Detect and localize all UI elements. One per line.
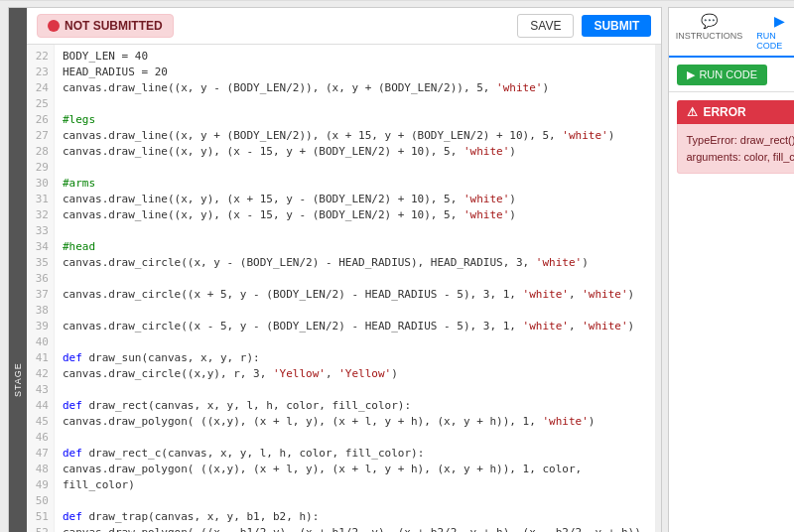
run-code-icon: ▶: [774, 13, 785, 29]
code-line: canvas.draw_circle((x,y), r, 3, 'Yellow'…: [63, 366, 647, 382]
line-number: 46: [27, 430, 54, 446]
code-line: [63, 223, 647, 239]
error-body: TypeError: draw_rect() missing 2 require…: [677, 124, 794, 174]
error-title: ERROR: [703, 105, 745, 119]
code-line: #legs: [63, 112, 647, 128]
editor-panel: STAGE NOT SUBMITTED SAVE SUBMIT: [8, 7, 662, 532]
line-number: 51: [27, 509, 54, 525]
line-number: 28: [27, 144, 54, 160]
line-number: 43: [27, 382, 54, 398]
code-editor[interactable]: BODY_LEN = 40HEAD_RADIUS = 20canvas.draw…: [55, 45, 655, 532]
code-line: canvas.draw_polygon( ((x,y), (x + l, y),…: [63, 414, 647, 430]
line-number: 22: [27, 49, 54, 65]
code-line: [63, 493, 647, 509]
right-panel: 💬 INSTRUCTIONS ▶ RUN CODE ⚙ GRADING 🕐 HI…: [668, 7, 794, 532]
line-number: 36: [27, 271, 54, 287]
code-line: [63, 303, 647, 319]
line-number: 27: [27, 128, 54, 144]
code-line: #head: [63, 239, 647, 255]
code-line: [63, 382, 647, 398]
not-submitted-badge: NOT SUBMITTED: [37, 14, 174, 38]
error-header: ⚠ ERROR: [677, 100, 794, 124]
line-number: 24: [27, 80, 54, 96]
submit-button[interactable]: SUBMIT: [582, 15, 651, 37]
status-text: NOT SUBMITTED: [65, 19, 163, 33]
main-container: STAGE NOT SUBMITTED SAVE SUBMIT: [0, 0, 794, 532]
line-number: 25: [27, 96, 54, 112]
code-line: def draw_rect(canvas, x, y, l, h, color,…: [63, 398, 647, 414]
line-number: 38: [27, 303, 54, 319]
line-number: 26: [27, 112, 54, 128]
line-number: 39: [27, 319, 54, 334]
line-number: 47: [27, 446, 54, 462]
code-line: #arms: [63, 176, 647, 192]
editor-body: 2223242526272829303132333435363738394041…: [27, 45, 661, 532]
code-line: canvas.draw_line((x, y), (x - 15, y - (B…: [63, 207, 647, 223]
tab-instructions[interactable]: 💬 INSTRUCTIONS: [669, 8, 748, 58]
line-number: 32: [27, 207, 54, 223]
line-number: 23: [27, 65, 54, 80]
code-line: canvas.draw_circle((x - 5, y - (BODY_LEN…: [63, 319, 647, 334]
line-numbers: 2223242526272829303132333435363738394041…: [27, 45, 55, 532]
content-area: STAGE NOT SUBMITTED SAVE SUBMIT: [0, 1, 794, 532]
code-line: canvas.draw_line((x, y), (x + 15, y - (B…: [63, 192, 647, 207]
line-number: 50: [27, 493, 54, 509]
editor-header: NOT SUBMITTED SAVE SUBMIT: [27, 8, 661, 45]
line-number: 45: [27, 414, 54, 430]
line-number: 35: [27, 255, 54, 271]
code-line: [63, 96, 647, 112]
status-dot: [48, 20, 60, 32]
line-number: 52: [27, 525, 54, 532]
line-number: 29: [27, 160, 54, 176]
error-triangle-icon: ⚠: [687, 105, 698, 119]
code-line: def draw_trap(canvas, x, y, b1, b2, h):: [63, 509, 647, 525]
save-button[interactable]: SAVE: [517, 14, 574, 38]
code-line: canvas.draw_circle((x, y - (BODY_LEN/2) …: [63, 255, 647, 271]
code-line: canvas.draw_line((x, y - (BODY_LEN/2)), …: [63, 80, 647, 96]
code-line: HEAD_RADIUS = 20: [63, 65, 647, 80]
tabs-bar: 💬 INSTRUCTIONS ▶ RUN CODE ⚙ GRADING 🕐 HI…: [669, 8, 794, 58]
code-line: fill_color): [63, 477, 647, 493]
line-number: 31: [27, 192, 54, 207]
code-line: canvas.draw_polygon( ((x,y), (x + l, y),…: [63, 462, 647, 477]
play-triangle: ▶: [687, 68, 695, 81]
code-line: canvas.draw_polygon( ((x - b1/2,y), (x +…: [63, 525, 647, 532]
line-number: 30: [27, 176, 54, 192]
run-bar: ▶ RUN CODE CLEAR STOP: [669, 58, 794, 92]
line-number: 42: [27, 366, 54, 382]
run-code-button[interactable]: ▶ RUN CODE: [677, 65, 767, 85]
instructions-icon: 💬: [701, 13, 718, 29]
code-line: canvas.draw_line((x, y + (BODY_LEN/2)), …: [63, 128, 647, 144]
line-number: 37: [27, 287, 54, 303]
stage-label: STAGE: [9, 8, 27, 532]
line-number: 40: [27, 334, 54, 350]
code-line: BODY_LEN = 40: [63, 49, 647, 65]
code-line: [63, 271, 647, 287]
line-number: 49: [27, 477, 54, 493]
line-number: 48: [27, 462, 54, 477]
code-line: def draw_sun(canvas, x, y, r):: [63, 350, 647, 366]
error-message: TypeError: draw_rect() missing 2 require…: [686, 134, 794, 163]
line-number: 44: [27, 398, 54, 414]
code-line: [63, 334, 647, 350]
code-line: def draw_rect_c(canvas, x, y, l, h, colo…: [63, 446, 647, 462]
code-line: [63, 160, 647, 176]
line-number: 33: [27, 223, 54, 239]
line-number: 41: [27, 350, 54, 366]
line-number: 34: [27, 239, 54, 255]
code-line: canvas.draw_circle((x + 5, y - (BODY_LEN…: [63, 287, 647, 303]
tab-run-code[interactable]: ▶ RUN CODE: [748, 8, 794, 58]
code-line: [63, 430, 647, 446]
code-line: canvas.draw_line((x, y), (x - 15, y + (B…: [63, 144, 647, 160]
scrollbar[interactable]: [655, 45, 661, 532]
error-section: ⚠ ERROR TypeError: draw_rect() missing 2…: [677, 100, 794, 174]
